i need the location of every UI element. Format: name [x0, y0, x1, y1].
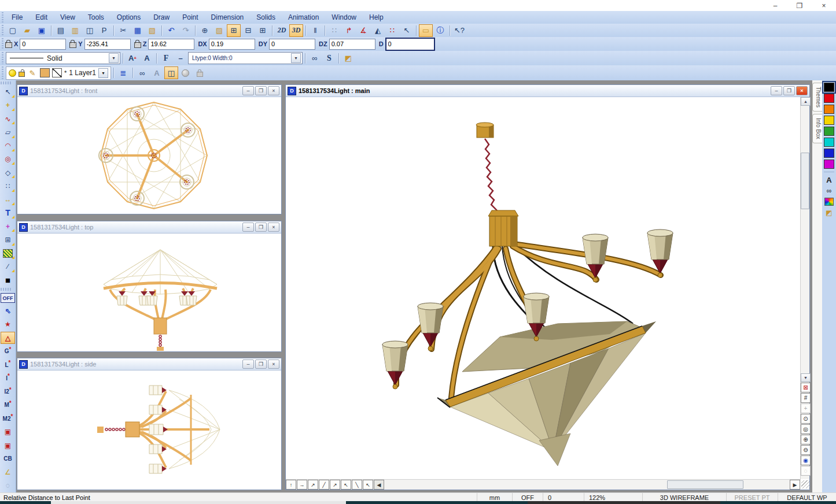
layer-lock-icon[interactable]	[197, 72, 203, 77]
x-lock-icon[interactable]	[5, 42, 12, 48]
tab-themes[interactable]: Themes	[812, 83, 822, 112]
info-icon[interactable]: ⓘ	[433, 24, 447, 37]
status-preset-pt[interactable]: PRESET PT	[726, 493, 778, 502]
axes-icon[interactable]: ↱	[342, 24, 356, 37]
construction-line-tool[interactable]: ∕	[1, 261, 15, 273]
front-window-titlebar[interactable]: D 1581317534Light : front – ❐ ×	[17, 85, 281, 97]
open-file-icon[interactable]: ▰	[20, 24, 34, 37]
close-button[interactable]: ×	[268, 86, 279, 95]
close-button[interactable]: ×	[796, 86, 808, 95]
ltype-width-select[interactable]: Ltype:0 Width:0 ▾	[188, 52, 303, 64]
perpendicular-icon[interactable]: ∡	[356, 24, 370, 37]
snap-triangle-tool[interactable]: △	[1, 332, 15, 344]
layer-fill-swatch[interactable]	[52, 68, 62, 77]
mode-3d-button[interactable]: 3D	[289, 24, 303, 37]
color-swatch-blue[interactable]	[824, 149, 834, 158]
close-zoom-icon[interactable]: ⊠	[801, 383, 811, 392]
color-swatch-cyan[interactable]	[824, 138, 834, 147]
line-style-select[interactable]: Solid ▾	[6, 52, 120, 64]
wand-tool[interactable]: ★	[1, 318, 15, 331]
menu-animation[interactable]: Animation	[282, 13, 325, 21]
window-views-icon[interactable]: ⊟	[241, 24, 255, 37]
snap-i-tool[interactable]: I*	[1, 372, 15, 384]
snap-tangent-tool[interactable]: ∠	[1, 466, 15, 478]
status-render-mode[interactable]: 3D WIREFRAME	[642, 493, 726, 502]
zoom-select-icon[interactable]: ◎	[801, 424, 811, 434]
chevron-down-icon[interactable]: ▾	[291, 53, 301, 63]
z-lock-icon[interactable]	[134, 42, 141, 48]
horizontal-scroll-track[interactable]	[385, 480, 790, 489]
move-tool[interactable]: +	[1, 99, 15, 112]
snap-off-button[interactable]: OFF	[1, 293, 15, 303]
select-entities-tool[interactable]: ⇖	[1, 305, 15, 317]
menu-tools[interactable]: Tools	[82, 13, 111, 21]
vertical-scroll-thumb[interactable]	[801, 153, 809, 209]
menu-point[interactable]: Point	[176, 13, 204, 21]
toolbar-grip[interactable]	[1, 38, 5, 50]
scroll-left-icon[interactable]: ◀	[374, 480, 384, 490]
status-workplane[interactable]: DEFAULT WP	[778, 493, 836, 502]
app-minimize-button[interactable]: –	[763, 0, 787, 11]
grid-icon[interactable]: ∷	[327, 24, 341, 37]
dash-style-icon[interactable]: –	[174, 52, 187, 65]
maximize-button[interactable]: ❐	[255, 223, 267, 232]
mode-2d-button[interactable]: 2D	[275, 24, 289, 37]
view-ne-button[interactable]: ↗	[330, 480, 340, 490]
f-style-icon[interactable]: F	[159, 52, 173, 65]
plot-icon[interactable]: P	[97, 24, 111, 37]
color-swatch-yellow[interactable]	[824, 116, 834, 125]
z-input[interactable]	[148, 39, 194, 50]
layers-icon[interactable]: ≣	[116, 66, 130, 79]
menu-options[interactable]: Options	[111, 13, 147, 21]
y-input[interactable]	[84, 39, 131, 50]
menu-edit[interactable]: Edit	[29, 13, 54, 21]
menu-dimension[interactable]: Dimension	[205, 13, 251, 21]
color-swatch-red[interactable]	[824, 94, 834, 103]
menu-help[interactable]: Help	[363, 13, 390, 21]
status-ortho[interactable]: OFF	[512, 493, 543, 502]
snap-cb-tool[interactable]: CB	[1, 453, 15, 465]
paste-icon[interactable]: ▧	[145, 24, 159, 37]
snap-m2-tool[interactable]: M2*	[1, 412, 15, 424]
layer-unlocked-icon[interactable]	[19, 72, 25, 77]
sketch-plane-icon[interactable]: ◭	[371, 24, 385, 37]
dy-input[interactable]	[269, 39, 315, 50]
view-diagonal-button[interactable]: ╱	[319, 480, 329, 490]
layer-off-bulb-icon[interactable]	[182, 69, 189, 77]
zoom-previous-icon[interactable]: ◌	[801, 466, 811, 476]
minimize-button[interactable]: –	[242, 360, 254, 369]
zoom-all-icon[interactable]: ◉	[801, 455, 811, 465]
dz-input[interactable]	[329, 39, 375, 50]
resize-grip[interactable]	[801, 480, 809, 488]
selection-set-icon[interactable]: ∷	[385, 24, 399, 37]
palette-icon[interactable]	[824, 197, 834, 206]
horizontal-scroll-thumb[interactable]	[667, 480, 743, 489]
app-restore-button[interactable]: ❐	[787, 0, 812, 11]
new-file-icon[interactable]: ▢	[6, 24, 20, 37]
close-button[interactable]: ×	[268, 360, 279, 369]
blocks-tool[interactable]: ⊞	[1, 234, 15, 246]
minimize-button[interactable]: –	[771, 86, 782, 95]
side-window-titlebar[interactable]: D 1581317534Light : side – ❐ ×	[17, 358, 281, 370]
font-add-icon[interactable]: A+	[126, 52, 139, 65]
snap-g-tool[interactable]: G*	[1, 345, 15, 357]
chevron-down-icon[interactable]: ▾	[109, 53, 119, 63]
dx-input[interactable]	[209, 39, 255, 50]
insert-part-icon[interactable]: ▨	[212, 24, 226, 37]
arc-tool[interactable]: ◠	[1, 140, 15, 152]
front-view-canvas[interactable]	[17, 97, 281, 214]
copy-attributes-icon[interactable]: ◩	[824, 208, 834, 217]
text-color-icon[interactable]: A	[824, 175, 834, 184]
status-units[interactable]: mm	[477, 493, 512, 502]
top-view-canvas[interactable]	[17, 234, 281, 351]
view-nw-button[interactable]: ↖	[363, 480, 373, 490]
color-swatch-black[interactable]	[824, 83, 834, 92]
s-style-icon[interactable]: S	[322, 52, 336, 65]
toolbar-grip[interactable]	[1, 81, 11, 84]
pan-icon[interactable]: ⊕	[198, 24, 212, 37]
pan-view-icon[interactable]: +	[801, 403, 811, 413]
snap-m-tool[interactable]: M*	[1, 399, 15, 411]
point-tool[interactable]: +	[1, 220, 15, 232]
d-input[interactable]	[385, 38, 435, 51]
y-lock-icon[interactable]	[69, 42, 76, 48]
